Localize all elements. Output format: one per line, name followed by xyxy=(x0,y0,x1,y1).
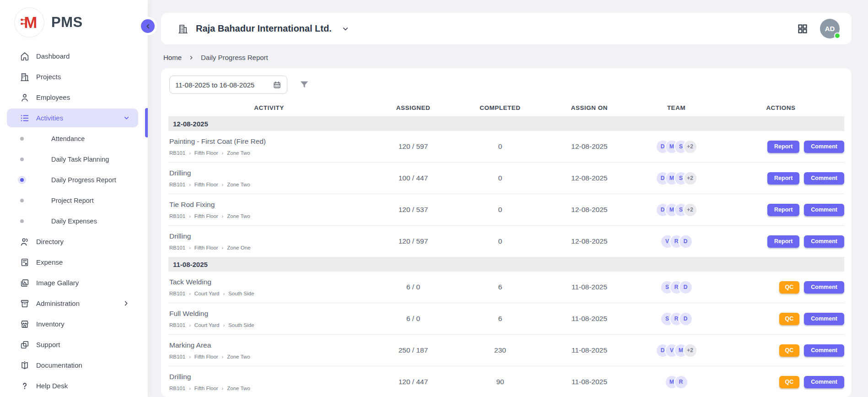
sidebar-item-documentation[interactable]: Documentation xyxy=(0,355,148,375)
path-segment: Zone Two xyxy=(227,213,250,219)
sidebar-subitem-daily-expenses[interactable]: Daily Expenses xyxy=(0,211,148,231)
qc-button[interactable]: QC xyxy=(779,281,800,294)
row-actions: QCComment xyxy=(717,313,844,325)
sidebar-item-label: Inventory xyxy=(36,320,65,328)
sidebar-item-administration[interactable]: Administration xyxy=(0,293,148,314)
sidebar-subitem-daily-progress-report[interactable]: Daily Progress Report xyxy=(0,169,148,190)
report-button[interactable]: Report xyxy=(767,172,799,185)
comment-button[interactable]: Comment xyxy=(804,376,844,388)
book-icon xyxy=(20,360,30,370)
sidebar-nav: DashboardProjectsEmployeesActivitiesAtte… xyxy=(0,42,148,396)
path-segment: Fifth Floor xyxy=(194,150,218,156)
team-member-avatar: R xyxy=(675,376,687,388)
apps-grid-button[interactable] xyxy=(797,23,808,34)
completed-value: 0 xyxy=(457,237,544,245)
sidebar-item-employees[interactable]: Employees xyxy=(0,87,148,108)
team-avatars: DMS+2 xyxy=(635,141,717,153)
activity-path: RB101›Court Yard›South Side xyxy=(169,291,370,296)
comment-button[interactable]: Comment xyxy=(804,141,844,153)
company-logo: M xyxy=(14,7,44,38)
app-name: PMS xyxy=(51,14,83,31)
activity-cell: Drilling RB101›Fifth Floor›Zone Two xyxy=(168,373,370,391)
sidebar-item-directory[interactable]: Directory xyxy=(0,231,148,252)
breadcrumb-home[interactable]: Home xyxy=(163,54,182,61)
row-actions: QCComment xyxy=(717,344,844,357)
row-actions: ReportComment xyxy=(717,235,844,248)
assigned-value: 6 / 0 xyxy=(370,283,457,291)
path-segment: Court Yard xyxy=(194,291,220,296)
bullet-dot-icon xyxy=(20,158,24,161)
sidebar-item-support[interactable]: Support xyxy=(0,334,148,355)
sidebar-subitem-project-report[interactable]: Project Report xyxy=(0,190,148,211)
sidebar-item-dashboard[interactable]: Dashboard xyxy=(0,46,148,66)
sidebar-item-image-gallary[interactable]: Image Gallary xyxy=(0,272,148,293)
sidebar-subitem-attendance[interactable]: Attendance xyxy=(0,128,148,149)
completed-value: 230 xyxy=(457,346,544,354)
filter-row: 11-08-2025 to 16-08-2025 xyxy=(169,76,844,94)
comment-button[interactable]: Comment xyxy=(804,235,844,248)
comment-button[interactable]: Comment xyxy=(804,204,844,216)
sidebar-item-inventory[interactable]: Inventory xyxy=(0,314,148,334)
activity-cell: Tie Rod Fixing RB101›Fifth Floor›Zone Tw… xyxy=(168,201,370,219)
filter-button[interactable] xyxy=(299,80,309,90)
qc-button[interactable]: QC xyxy=(779,313,800,325)
sidebar-subitem-daily-task-planning[interactable]: Daily Task Planning xyxy=(0,149,148,169)
path-segment: South Side xyxy=(228,291,254,296)
comment-button[interactable]: Comment xyxy=(804,281,844,294)
report-card: 11-08-2025 to 16-08-2025 Activity Assign… xyxy=(161,68,852,397)
team-more-count: +2 xyxy=(684,172,696,185)
path-segment: Fifth Floor xyxy=(194,354,218,359)
sidebar-collapse-button[interactable] xyxy=(141,19,155,33)
path-segment: RB101 xyxy=(169,322,185,328)
report-button[interactable]: Report xyxy=(767,141,799,153)
sidebar-item-projects[interactable]: Projects xyxy=(0,66,148,87)
activity-path: RB101›Fifth Floor›Zone Two xyxy=(169,386,370,391)
user-icon xyxy=(20,92,30,103)
path-segment: Fifth Floor xyxy=(194,386,218,391)
activity-title: Full Welding xyxy=(169,310,370,318)
report-button[interactable]: Report xyxy=(767,235,799,248)
sidebar-item-expense[interactable]: Expense xyxy=(0,252,148,272)
chevron-separator-icon: › xyxy=(189,323,191,328)
sidebar-subitem-label: Project Report xyxy=(51,197,94,204)
team-avatars: VRD xyxy=(635,235,717,248)
column-header-completed: Completed xyxy=(457,104,544,111)
qc-button[interactable]: QC xyxy=(779,376,800,388)
comment-button[interactable]: Comment xyxy=(804,344,844,357)
row-actions: ReportComment xyxy=(717,172,844,185)
qc-button[interactable]: QC xyxy=(779,344,800,357)
path-segment: RB101 xyxy=(169,354,185,359)
comment-button[interactable]: Comment xyxy=(804,313,844,325)
building-icon xyxy=(178,23,189,34)
activity-title: Tack Welding xyxy=(169,278,370,286)
sidebar-item-activities[interactable]: Activities xyxy=(7,109,138,127)
activity-path: RB101›Fifth Floor›Zone Two xyxy=(169,150,370,156)
sidebar-subitem-label: Daily Task Planning xyxy=(51,156,109,163)
date-range-input[interactable]: 11-08-2025 to 16-08-2025 xyxy=(169,76,287,94)
comment-button[interactable]: Comment xyxy=(804,172,844,185)
activity-title: Painting - First Coat (Fire Red) xyxy=(169,137,370,146)
path-segment: South Side xyxy=(228,322,254,328)
report-button[interactable]: Report xyxy=(767,204,799,216)
chevron-separator-icon: › xyxy=(222,386,224,391)
chevron-separator-icon: › xyxy=(189,214,191,219)
chevron-separator-icon: › xyxy=(222,354,224,359)
sidebar-item-label: Documentation xyxy=(36,361,82,369)
team-member-avatar: D xyxy=(679,235,692,248)
company-name: Raja Bahadur International Ltd. xyxy=(196,23,332,34)
breadcrumb: Home Daily Progress Report xyxy=(161,44,852,68)
sidebar-item-help-desk[interactable]: Help Desk xyxy=(0,375,148,396)
team-avatars: SRD xyxy=(635,313,717,325)
avatar-initials: AD xyxy=(825,25,835,33)
path-segment: Fifth Floor xyxy=(194,213,218,219)
assigned-value: 120 / 597 xyxy=(370,142,457,151)
funnel-icon xyxy=(299,84,309,91)
chevron-down-icon xyxy=(342,25,349,33)
sidebar-item-label: Image Gallary xyxy=(36,279,79,287)
table-body: 12-08-2025 Painting - First Coat (Fire R… xyxy=(168,117,844,397)
user-avatar[interactable]: AD xyxy=(820,19,840,38)
table-row: Drilling RB101›Fifth Floor›Zone Two 120 … xyxy=(168,366,844,397)
assigned-value: 120 / 447 xyxy=(370,378,457,386)
company-selector[interactable]: Raja Bahadur International Ltd. xyxy=(178,23,349,34)
sidebar-item-label: Directory xyxy=(36,238,64,245)
